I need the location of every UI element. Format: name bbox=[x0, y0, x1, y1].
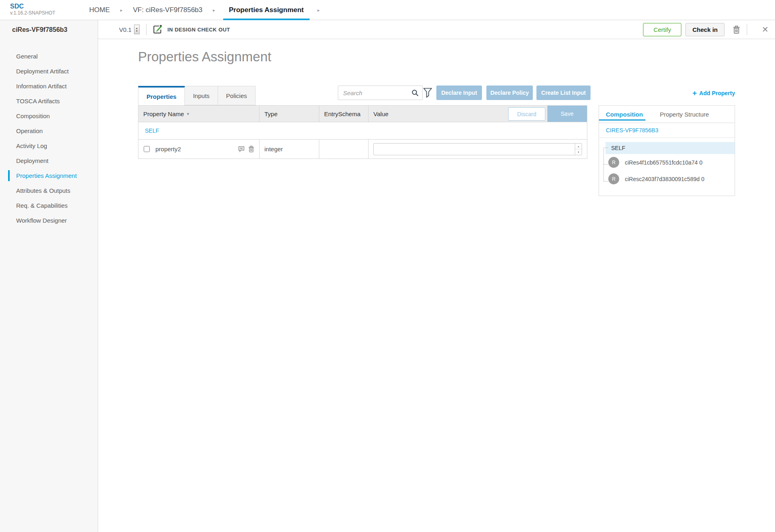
tree-item-resource-2[interactable]: R ciResc2403f7d3830091c589d 0 bbox=[608, 171, 735, 187]
breadcrumb-arrow-icon: ▸ bbox=[213, 8, 216, 13]
table-row: property2 bbox=[138, 140, 587, 159]
spinner-down-icon[interactable]: ▾ bbox=[136, 29, 138, 32]
create-list-input-button[interactable]: Create List Input bbox=[536, 86, 591, 100]
sidebar-item-properties-assignment[interactable]: Properties Assignment bbox=[0, 168, 98, 183]
top-nav: SDC v.1.16.2-SNAPSHOT HOME ▸ VF: ciRes-V… bbox=[0, 0, 775, 20]
page-title: Properties Assignment bbox=[138, 49, 271, 65]
sidebar-item-deployment[interactable]: Deployment bbox=[0, 153, 98, 168]
value-input-wrap: ▴ ▾ bbox=[373, 143, 582, 155]
add-property-button[interactable]: + Add Property bbox=[692, 89, 735, 98]
version-label: V0.1 bbox=[119, 26, 132, 33]
workspace-toolbar: V0.1 ▴ ▾ IN DESIGN CHECK OUT Certify Che… bbox=[98, 20, 775, 39]
check-in-button[interactable]: Check in bbox=[685, 23, 725, 36]
tab-properties[interactable]: Properties bbox=[138, 86, 185, 105]
tab-property-structure[interactable]: Property Structure bbox=[660, 106, 709, 123]
save-button[interactable]: Save bbox=[547, 106, 587, 122]
resource-label: ciResc2403f7d3830091c589d 0 bbox=[625, 176, 704, 182]
tree-connector bbox=[603, 148, 608, 148]
spinner-up-icon[interactable]: ▴ bbox=[575, 144, 582, 150]
breadcrumb: HOME ▸ VF: ciRes-VF9f7856b3 ▸ Properties… bbox=[87, 0, 328, 20]
comment-icon[interactable] bbox=[238, 146, 245, 152]
tree-item-self[interactable]: SELF bbox=[605, 142, 735, 154]
app-version: v.1.16.2-SNAPSHOT bbox=[10, 10, 55, 16]
tab-inputs[interactable]: Inputs bbox=[185, 86, 218, 105]
properties-table: Property Name ▾ Type EntrySchema Value D… bbox=[138, 105, 587, 159]
resource-label: ciRes4f1cb657551fcdc10a74 0 bbox=[625, 159, 702, 166]
sidebar-item-information-artifact[interactable]: Information Artifact bbox=[0, 79, 98, 94]
sidebar-item-workflow-designer[interactable]: Workflow Designer bbox=[0, 213, 98, 228]
app-logo-title: SDC bbox=[10, 2, 55, 10]
entity-name: ciRes-VF9f7856b3 bbox=[12, 26, 67, 33]
sidebar-item-req-capabilities[interactable]: Req. & Capabilities bbox=[0, 198, 98, 213]
delete-icon[interactable] bbox=[733, 25, 740, 34]
property-name-cell: property2 bbox=[138, 140, 260, 159]
sidebar-item-tosca-artifacts[interactable]: TOSCA Artifacts bbox=[0, 94, 98, 108]
tab-composition[interactable]: Composition bbox=[606, 106, 643, 123]
column-property-name-label: Property Name bbox=[143, 111, 184, 117]
tab-policies[interactable]: Policies bbox=[218, 86, 256, 105]
sidebar-item-general[interactable]: General bbox=[0, 49, 98, 64]
table-group-row: SELF bbox=[138, 122, 587, 140]
declare-policy-button[interactable]: Declare Policy bbox=[486, 86, 533, 100]
property-checkbox[interactable] bbox=[144, 146, 150, 152]
tree-connector bbox=[603, 181, 608, 182]
sidebar-item-activity-log[interactable]: Activity Log bbox=[0, 138, 98, 153]
column-type: Type bbox=[260, 106, 319, 122]
property-name: property2 bbox=[155, 146, 181, 152]
resource-avatar: R bbox=[608, 157, 619, 168]
toolbar-divider bbox=[747, 24, 747, 35]
check-out-icon bbox=[153, 25, 163, 34]
composition-root[interactable]: CIRES-VF9F7856B3 bbox=[599, 123, 735, 138]
certify-button[interactable]: Certify bbox=[643, 23, 681, 36]
sidebar: General Deployment Artifact Information … bbox=[0, 39, 98, 532]
sidebar-item-deployment-artifact[interactable]: Deployment Artifact bbox=[0, 64, 98, 79]
version-selector[interactable]: ▴ ▾ bbox=[134, 25, 140, 34]
breadcrumb-properties-assignment[interactable]: Properties Assignment bbox=[223, 0, 309, 20]
property-type-cell: integer bbox=[260, 140, 319, 159]
property-entry-schema-cell bbox=[319, 140, 369, 159]
lifecycle-status: IN DESIGN CHECK OUT bbox=[168, 27, 230, 33]
search-box bbox=[338, 86, 423, 100]
self-group-link[interactable]: SELF bbox=[145, 127, 159, 134]
sidebar-item-attributes-outputs[interactable]: Attributes & Outputs bbox=[0, 183, 98, 198]
sort-icon[interactable]: ▾ bbox=[187, 111, 189, 117]
close-icon[interactable]: ✕ bbox=[762, 25, 769, 34]
workspace-entity-header: ciRes-VF9f7856b3 bbox=[0, 20, 98, 39]
table-header: Property Name ▾ Type EntrySchema Value D… bbox=[138, 105, 587, 122]
row-actions bbox=[238, 146, 254, 152]
composition-tree: SELF R ciRes4f1cb657551fcdc10a74 0 R ciR… bbox=[599, 138, 735, 187]
resource-avatar: R bbox=[608, 173, 619, 184]
tree-item-resource-1[interactable]: R ciRes4f1cb657551fcdc10a74 0 bbox=[608, 154, 735, 171]
composition-panel-tabs: Composition Property Structure bbox=[599, 106, 735, 123]
breadcrumb-home[interactable]: HOME bbox=[87, 0, 112, 20]
breadcrumb-vf[interactable]: VF: ciRes-VF9f7856b3 bbox=[131, 0, 205, 20]
composition-panel: Composition Property Structure CIRES-VF9… bbox=[599, 105, 735, 196]
sidebar-item-operation[interactable]: Operation bbox=[0, 123, 98, 138]
declare-input-button[interactable]: Declare Input bbox=[436, 86, 482, 100]
search-icon[interactable] bbox=[412, 90, 419, 96]
toolbar-divider bbox=[146, 24, 147, 35]
filter-icon[interactable] bbox=[423, 88, 432, 98]
spinner-up-icon[interactable]: ▴ bbox=[136, 27, 138, 29]
spinner-down-icon[interactable]: ▾ bbox=[575, 149, 582, 155]
toolbar-actions: Certify Check in ✕ bbox=[643, 23, 769, 36]
discard-button[interactable]: Discard bbox=[508, 107, 545, 121]
sidebar-item-composition[interactable]: Composition bbox=[0, 108, 98, 123]
search-input[interactable] bbox=[338, 86, 407, 100]
property-value-input[interactable] bbox=[373, 143, 582, 155]
app-logo: SDC v.1.16.2-SNAPSHOT bbox=[10, 2, 55, 16]
column-entry-schema: EntrySchema bbox=[319, 106, 369, 122]
add-property-label: Add Property bbox=[699, 90, 735, 96]
property-value-cell: ▴ ▾ bbox=[369, 140, 587, 159]
breadcrumb-arrow-icon: ▸ bbox=[120, 8, 123, 13]
properties-tabs: Properties Inputs Policies bbox=[138, 86, 256, 105]
tree-connector bbox=[603, 164, 608, 165]
value-spinner: ▴ ▾ bbox=[575, 144, 582, 155]
delete-row-icon[interactable] bbox=[248, 146, 254, 152]
plus-icon: + bbox=[692, 89, 697, 98]
column-property-name: Property Name ▾ bbox=[138, 106, 260, 122]
breadcrumb-arrow-icon: ▸ bbox=[318, 8, 320, 13]
